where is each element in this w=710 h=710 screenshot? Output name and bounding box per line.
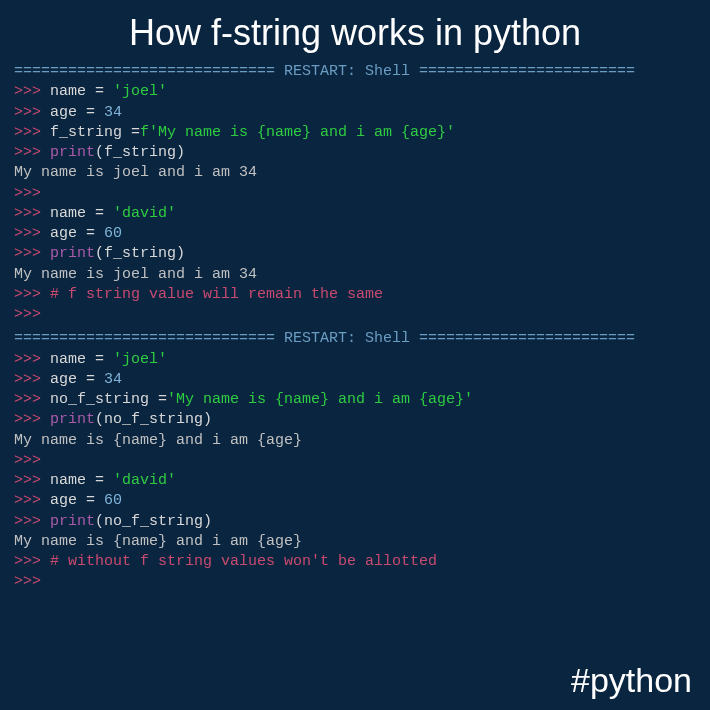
code-block-2: ============================= RESTART: S… bbox=[0, 329, 710, 592]
prompt: >>> bbox=[14, 513, 50, 530]
output-text: My name is joel and i am 34 bbox=[14, 163, 696, 183]
function-name: print bbox=[50, 513, 95, 530]
code-text: = bbox=[158, 391, 167, 408]
code-text: = bbox=[131, 124, 140, 141]
prompt: >>> bbox=[14, 225, 50, 242]
paren: ) bbox=[203, 513, 212, 530]
code-block-1: ============================= RESTART: S… bbox=[0, 62, 710, 325]
paren: ) bbox=[176, 144, 185, 161]
output-text: My name is {name} and i am {age} bbox=[14, 431, 696, 451]
restart-divider: ============================= RESTART: S… bbox=[14, 62, 696, 82]
code-text: = bbox=[86, 104, 104, 121]
code-text: = bbox=[95, 351, 113, 368]
code-text: age bbox=[50, 104, 86, 121]
number-literal: 34 bbox=[104, 371, 122, 388]
paren: ( bbox=[95, 411, 104, 428]
prompt: >>> bbox=[14, 472, 50, 489]
paren: ( bbox=[95, 245, 104, 262]
paren: ) bbox=[203, 411, 212, 428]
prompt: >>> bbox=[14, 245, 50, 262]
prompt: >>> bbox=[14, 306, 41, 323]
code-text: age bbox=[50, 225, 86, 242]
prompt: >>> bbox=[14, 286, 50, 303]
comment-text: # without f string values won't be allot… bbox=[50, 553, 437, 570]
code-text: name bbox=[50, 205, 95, 222]
string-literal: 'david' bbox=[113, 472, 176, 489]
code-text: = bbox=[86, 225, 104, 242]
code-text: f_string bbox=[104, 245, 176, 262]
code-text: no_f_string bbox=[104, 411, 203, 428]
code-text: = bbox=[95, 83, 113, 100]
prompt: >>> bbox=[14, 144, 50, 161]
comment-text: # f string value will remain the same bbox=[50, 286, 383, 303]
string-literal: 'joel' bbox=[113, 351, 167, 368]
string-literal: 'david' bbox=[113, 205, 176, 222]
prompt: >>> bbox=[14, 391, 50, 408]
code-text: f_string bbox=[104, 144, 176, 161]
code-text: = bbox=[86, 371, 104, 388]
output-text: My name is {name} and i am {age} bbox=[14, 532, 696, 552]
page-title: How f-string works in python bbox=[0, 0, 710, 62]
code-text: age bbox=[50, 371, 86, 388]
f-prefix: f bbox=[140, 124, 149, 141]
prompt: >>> bbox=[14, 124, 50, 141]
prompt: >>> bbox=[14, 371, 50, 388]
prompt: >>> bbox=[14, 573, 41, 590]
hashtag-label: #python bbox=[571, 661, 692, 700]
output-text: My name is joel and i am 34 bbox=[14, 265, 696, 285]
code-text: no_f_string bbox=[104, 513, 203, 530]
code-text: name bbox=[50, 83, 95, 100]
number-literal: 60 bbox=[104, 225, 122, 242]
code-text: age bbox=[50, 492, 86, 509]
paren: ( bbox=[95, 513, 104, 530]
number-literal: 60 bbox=[104, 492, 122, 509]
function-name: print bbox=[50, 411, 95, 428]
string-literal: 'joel' bbox=[113, 83, 167, 100]
string-literal: 'My name is {name} and i am {age}' bbox=[167, 391, 473, 408]
code-text: no_f_string bbox=[50, 391, 158, 408]
prompt: >>> bbox=[14, 83, 50, 100]
prompt: >>> bbox=[14, 104, 50, 121]
code-text: = bbox=[86, 492, 104, 509]
string-literal: 'My name is {name} and i am {age}' bbox=[149, 124, 455, 141]
code-text: = bbox=[95, 205, 113, 222]
code-text: name bbox=[50, 472, 95, 489]
paren: ) bbox=[176, 245, 185, 262]
prompt: >>> bbox=[14, 452, 41, 469]
prompt: >>> bbox=[14, 492, 50, 509]
prompt: >>> bbox=[14, 351, 50, 368]
code-text: name bbox=[50, 351, 95, 368]
code-text: = bbox=[95, 472, 113, 489]
code-text: f_string bbox=[50, 124, 131, 141]
prompt: >>> bbox=[14, 185, 41, 202]
function-name: print bbox=[50, 144, 95, 161]
prompt: >>> bbox=[14, 553, 50, 570]
paren: ( bbox=[95, 144, 104, 161]
function-name: print bbox=[50, 245, 95, 262]
number-literal: 34 bbox=[104, 104, 122, 121]
restart-divider: ============================= RESTART: S… bbox=[14, 329, 696, 349]
prompt: >>> bbox=[14, 205, 50, 222]
prompt: >>> bbox=[14, 411, 50, 428]
